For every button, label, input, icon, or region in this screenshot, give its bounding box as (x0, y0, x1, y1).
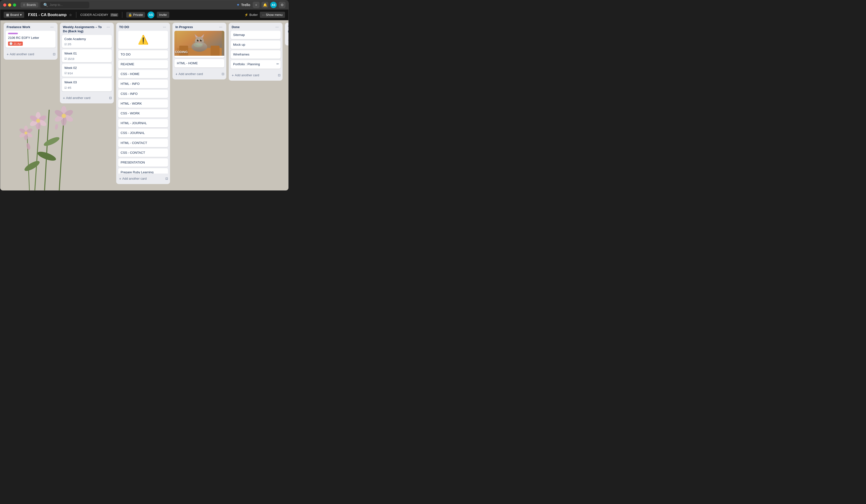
board-menu-button[interactable]: ▦ Board ▾ (4, 12, 24, 18)
list-t1a2-hold: T1A2 - Portolio: ON HOLD (Ongoing) ··· +… (285, 23, 288, 45)
workspace-name: CODER ACADEMY (80, 13, 108, 16)
list-header: In Progress ··· (173, 23, 226, 31)
card-title: Code Academy (64, 37, 109, 41)
user-avatar-chrome[interactable]: AS (270, 2, 277, 8)
list-footer: + Add another card ⊡ (229, 70, 282, 81)
check-icon: ☑ (64, 86, 67, 90)
archive-icon[interactable]: ⊡ (278, 73, 281, 77)
add-card-button[interactable]: + Add another card (231, 72, 278, 79)
add-card-button[interactable]: + Add another card (62, 94, 109, 101)
workspace-badge[interactable]: CODER ACADEMY Free (80, 13, 118, 16)
clock-icon: 🕐 (9, 42, 13, 45)
archive-icon[interactable]: ⊡ (222, 72, 224, 76)
card-image-label: CODING (175, 50, 188, 54)
card-td-8[interactable]: HTML - JOURNAL (118, 119, 168, 127)
list-footer: + Add another card ⊡ (4, 49, 57, 60)
list-menu-button[interactable]: ··· (49, 25, 55, 29)
plus-icon: + (119, 176, 121, 181)
archive-icon[interactable]: ⊡ (53, 52, 56, 56)
invite-button[interactable]: Invite (157, 12, 169, 18)
private-button[interactable]: 🔒 Private (126, 12, 145, 18)
address-bar[interactable]: 🔍 (40, 2, 89, 8)
card-d-4[interactable]: Portfolio : Planning ✏ (231, 60, 281, 68)
board-title: FX01 - CA Bootcamp (28, 13, 67, 17)
card-image: CODING (175, 31, 224, 56)
list-title: T1A2 - Portolio: ON HOLD (Ongoing) (288, 25, 288, 34)
add-card-button[interactable]: + Add another card (175, 70, 222, 78)
card-title: HTML - CONTACT (121, 141, 166, 145)
card-td-10[interactable]: HTML - CONTACT (118, 139, 168, 147)
window-chrome: 🗒 Boards 🔍 ✦ Trello + 🔔 AS ⚙ (0, 0, 288, 10)
card-td-7[interactable]: CSS - WORK (118, 109, 168, 117)
pencil-icon[interactable]: ✏ (276, 62, 279, 66)
notification-button[interactable]: 🔔 (262, 2, 268, 8)
list-to-do: TO DO ··· ⚠️ TO DO README CSS - HOME (116, 23, 170, 184)
chrome-right: ✦ Trello + 🔔 AS ⚙ (236, 2, 286, 8)
card-d-1[interactable]: Sitemap (231, 31, 281, 39)
tab-icon: 🗒 (23, 4, 25, 7)
card-td-5[interactable]: CSS - INFO (118, 90, 168, 98)
card-td-11[interactable]: CSS - CONTACT (118, 149, 168, 157)
list-title: TO DO (119, 25, 162, 29)
list-menu-button[interactable]: ··· (218, 25, 223, 29)
card-td-13[interactable]: Prepare Ruby Learning materials (118, 168, 168, 173)
user-avatar-toolbar[interactable]: AS (147, 11, 154, 18)
add-button[interactable]: + (253, 2, 259, 8)
card-title: Week 01 (64, 51, 109, 56)
card-d-3[interactable]: Wireframes (231, 50, 281, 59)
close-button[interactable] (3, 3, 7, 7)
add-card-button[interactable]: + Add a card (287, 36, 288, 44)
list-menu-button[interactable]: ··· (275, 25, 280, 29)
list-menu-button[interactable]: ··· (162, 25, 167, 29)
svg-point-42 (198, 39, 199, 40)
card-wa-2[interactable]: Week 01 ☑ 15/19 (62, 49, 112, 62)
card-d-2[interactable]: Mock up (231, 41, 281, 49)
list-done: Done ··· Sitemap Mock up Wireframes Port… (229, 23, 282, 81)
show-menu-button[interactable]: ··· Show menu (260, 12, 285, 18)
card-td-4[interactable]: HTML - INFO (118, 80, 168, 88)
archive-icon[interactable]: ⊡ (165, 177, 168, 180)
card-title: README (121, 62, 166, 67)
list-menu-button[interactable]: ··· (106, 25, 111, 29)
card-td-1[interactable]: TO DO (118, 50, 168, 59)
card-td-6[interactable]: HTML - WORK (118, 100, 168, 108)
butler-icon: ⚡ (244, 13, 248, 16)
card-title: Sitemap (233, 33, 278, 37)
trello-tab[interactable]: 🗒 Boards (21, 2, 38, 8)
card-td-12[interactable]: PRESENTATION (118, 158, 168, 167)
card-title: Prepare Ruby Learning materials (121, 170, 166, 173)
list-title: Freelance Work (7, 25, 49, 29)
check-icon: ☑ (64, 72, 67, 75)
chrome-actions: + 🔔 AS ⚙ (253, 2, 286, 8)
list-body: ⚠️ TO DO README CSS - HOME HTML - INFO C… (116, 31, 170, 173)
card-td-2[interactable]: README (118, 60, 168, 68)
settings-button[interactable]: ⚙ (279, 2, 286, 8)
maximize-button[interactable] (13, 3, 16, 7)
app-toolbar: ▦ Board ▾ FX01 - CA Bootcamp ☆ CODER ACA… (0, 10, 288, 20)
card-fw-1[interactable]: 2106 RC EOFY Letter 🕐 21 Apr (5, 31, 56, 48)
address-input[interactable] (50, 3, 86, 7)
card-wa-3[interactable]: Week 02 ☑ 9/14 (62, 64, 112, 77)
card-title: CSS - CONTACT (121, 151, 166, 155)
list-footer: + Add another card ⊡ (116, 173, 170, 184)
card-wa-4[interactable]: Week 03 ☑ 4/5 (62, 78, 112, 91)
browser-tabs: 🗒 Boards (21, 2, 38, 8)
card-td-3[interactable]: CSS - HOME (118, 70, 168, 78)
card-label-purple (8, 33, 18, 34)
card-ip-1[interactable]: CODING (175, 31, 224, 58)
card-warning[interactable]: ⚠️ (118, 31, 168, 49)
list-footer: + Add another card ⊡ (60, 93, 114, 103)
card-ip-2[interactable]: HTML - HOME (175, 59, 224, 67)
minimize-button[interactable] (8, 3, 11, 7)
star-button[interactable]: ☆ (69, 13, 72, 17)
archive-icon[interactable]: ⊡ (109, 96, 112, 100)
add-card-button[interactable]: + Add another card (118, 175, 165, 182)
add-card-button[interactable]: + Add another card (5, 50, 53, 58)
card-td-9[interactable]: CSS - JOURNAL (118, 129, 168, 137)
list-title: Done (232, 25, 275, 29)
card-title: CSS - WORK (121, 111, 166, 116)
plus-icon: + (63, 96, 65, 100)
butler-button[interactable]: ⚡ Butler (244, 13, 258, 16)
traffic-lights (3, 3, 16, 7)
card-wa-1[interactable]: Code Academy ☑ 2/5 (62, 35, 112, 48)
